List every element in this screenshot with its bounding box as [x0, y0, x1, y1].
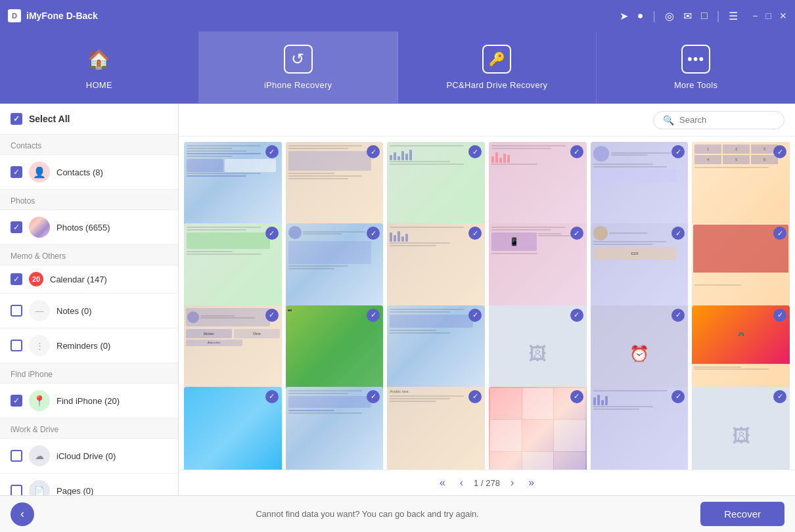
first-page-button[interactable]: « [436, 476, 449, 490]
sidebar-item-photos[interactable]: Photos (6655) [0, 210, 178, 245]
photo-cell[interactable]: ✓ [489, 387, 587, 470]
nav-more-tools[interactable]: ••• More Tools [597, 32, 795, 103]
nav-pc-recovery[interactable]: 🔑 PC&Hard Drive Recovery [398, 32, 597, 103]
contacts-icon: 👤 [29, 162, 50, 183]
photo-cell[interactable]: 🖼 ✓ [692, 387, 790, 470]
photo-check-17[interactable]: ✓ [671, 309, 685, 322]
section-findiphone-header: Find iPhone [0, 363, 178, 384]
sidebar-item-calendar[interactable]: 20 Calendar (147) [0, 265, 178, 294]
bottom-message: Cannot find data you want? You can go ba… [34, 509, 700, 519]
photo-check-10[interactable]: ✓ [570, 227, 583, 240]
photo-cell[interactable]: ✓ [286, 387, 384, 470]
section-iwork-header: iWork & Drive [0, 418, 178, 439]
chat-icon[interactable]: □ [701, 10, 708, 22]
calendar-badge: 20 [29, 272, 43, 286]
photo-check-3[interactable]: ✓ [468, 145, 482, 158]
select-all-row[interactable]: Select All [0, 104, 178, 135]
photos-label: Photos (6655) [57, 223, 110, 233]
select-all-checkbox[interactable] [11, 113, 22, 125]
findiphone-checkbox[interactable] [11, 395, 22, 407]
icloud-label: iCloud Drive (0) [57, 451, 116, 461]
search-box[interactable]: 🔍 [653, 111, 784, 129]
nav-pc-recovery-label: PC&Hard Drive Recovery [446, 80, 547, 90]
notes-label: Notes (0) [57, 306, 91, 316]
nav-bar: 🏠 HOME ↺ iPhone Recovery 🔑 PC&Hard Drive… [0, 32, 795, 104]
nav-iphone-recovery[interactable]: ↺ iPhone Recovery [199, 32, 398, 103]
notes-icon: — [29, 300, 50, 321]
last-page-button[interactable]: » [524, 476, 538, 490]
pages-icon: 📄 [29, 480, 50, 495]
calendar-checkbox[interactable] [11, 273, 22, 285]
content-toolbar: 🔍 [179, 104, 795, 137]
calendar-label: Calendar (147) [50, 275, 107, 284]
findiphone-label: Find iPhone (20) [57, 396, 120, 406]
reminders-checkbox[interactable] [11, 340, 22, 351]
notes-checkbox[interactable] [11, 305, 22, 317]
pages-label: Pages (0) [57, 486, 93, 496]
icloud-icon: ☁ [29, 445, 50, 466]
findiphone-icon: 📍 [29, 390, 50, 411]
app-title: D iMyFone D-Back [8, 9, 98, 22]
recover-button[interactable]: Recover [700, 502, 784, 526]
photo-check-14[interactable]: ✓ [367, 309, 380, 322]
separator2: | [717, 9, 720, 23]
photo-check-7[interactable]: ✓ [265, 227, 279, 240]
bottom-bar: ‹ Cannot find data you want? You can go … [0, 495, 795, 532]
search-input[interactable] [679, 115, 775, 125]
prev-page-button[interactable]: ‹ [456, 476, 467, 490]
maximize-button[interactable]: □ [766, 11, 771, 21]
photo-check-16[interactable]: ✓ [570, 309, 583, 322]
photo-check-13[interactable]: ✓ [265, 309, 279, 322]
photo-check-4[interactable]: ✓ [570, 145, 583, 158]
sidebar-item-icloud[interactable]: ☁ iCloud Drive (0) [0, 439, 178, 474]
photos-checkbox[interactable] [11, 221, 22, 233]
reminders-label: Reminders (0) [57, 341, 110, 351]
nav-iphone-recovery-label: iPhone Recovery [264, 80, 332, 90]
sidebar-item-findiphone[interactable]: 📍 Find iPhone (20) [0, 384, 178, 418]
next-page-button[interactable]: › [507, 476, 518, 490]
app-name: iMyFone D-Back [26, 11, 98, 21]
photo-check-21[interactable]: ✓ [468, 390, 482, 403]
photo-check-22[interactable]: ✓ [570, 390, 583, 403]
photo-check-20[interactable]: ✓ [367, 390, 380, 403]
title-bar-actions: ➤ ● | ◎ ✉ □ | ☰ − □ ✕ [620, 9, 787, 23]
app-logo: D [8, 9, 21, 22]
photo-cell[interactable]: ✓ [591, 387, 689, 470]
photo-check-19[interactable]: ✓ [265, 390, 279, 403]
photo-grid: ✓ ✓ [179, 137, 795, 470]
photo-cell[interactable]: Arabic text ✓ [387, 387, 485, 470]
contacts-checkbox[interactable] [11, 166, 22, 178]
back-button[interactable]: ‹ [11, 502, 34, 526]
account-icon[interactable]: ● [637, 10, 644, 22]
photo-check-1[interactable]: ✓ [265, 145, 279, 158]
location-icon[interactable]: ◎ [665, 10, 674, 22]
sidebar-item-contacts[interactable]: 👤 Contacts (8) [0, 155, 178, 190]
section-memo-header: Memo & Others [0, 245, 178, 265]
photo-check-18[interactable]: ✓ [773, 309, 786, 322]
more-tools-icon: ••• [681, 45, 710, 74]
nav-home[interactable]: 🏠 HOME [0, 32, 199, 103]
pages-checkbox[interactable] [11, 485, 22, 495]
photo-check-6[interactable]: ✓ [773, 145, 786, 158]
minimize-button[interactable]: − [752, 11, 758, 21]
sidebar-item-reminders[interactable]: ⋮ Reminders (0) [0, 328, 178, 363]
menu-icon[interactable]: ☰ [729, 10, 738, 22]
sidebar-item-pages[interactable]: 📄 Pages (0) [0, 474, 178, 495]
pagination: « ‹ 1 / 278 › » [179, 470, 795, 495]
select-all-label: Select All [29, 114, 70, 124]
window-controls: − □ ✕ [752, 11, 787, 21]
sidebar-item-notes[interactable]: — Notes (0) [0, 294, 178, 328]
home-icon: 🏠 [85, 45, 114, 74]
share-icon[interactable]: ➤ [620, 10, 628, 22]
empty-photo-icon2: 🖼 [732, 425, 750, 447]
photo-check-15[interactable]: ✓ [468, 309, 482, 322]
icloud-checkbox[interactable] [11, 450, 22, 462]
close-button[interactable]: ✕ [779, 11, 787, 21]
photo-check-23[interactable]: ✓ [671, 390, 685, 403]
nav-home-label: HOME [86, 80, 112, 90]
photo-cell[interactable]: 🏊 ✓ [184, 387, 282, 470]
reminders-icon: ⋮ [29, 335, 50, 356]
photo-check-24[interactable]: ✓ [773, 390, 786, 403]
section-contacts-header: Contacts [0, 135, 178, 155]
mail-icon[interactable]: ✉ [683, 10, 692, 22]
